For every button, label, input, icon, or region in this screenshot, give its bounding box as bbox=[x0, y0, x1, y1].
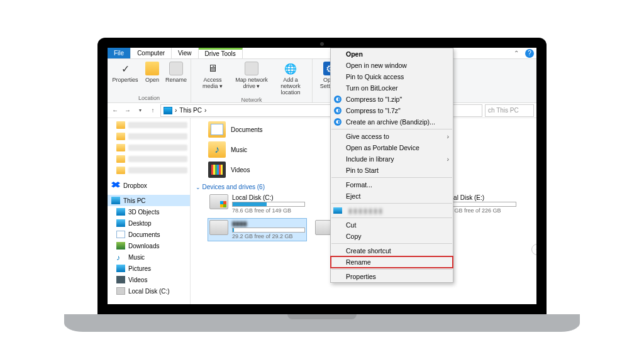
ribbon-open[interactable]: Open bbox=[143, 62, 162, 94]
nav-back[interactable]: ← bbox=[110, 107, 120, 114]
explorer-body: Dropbox This PC 3D Objects Desktop Docum… bbox=[108, 118, 536, 304]
drive-c-icon bbox=[209, 194, 228, 209]
ctx-sep bbox=[331, 269, 452, 270]
tab-view[interactable]: View bbox=[172, 48, 199, 58]
nav-videos[interactable]: Videos bbox=[108, 274, 190, 285]
ribbon-group-network-label: Network bbox=[195, 97, 308, 103]
add-location-icon: 🌐 bbox=[284, 62, 297, 75]
ctx-format[interactable]: Format... bbox=[331, 179, 453, 190]
ctx-copy[interactable]: Copy bbox=[331, 231, 453, 242]
properties-icon: ✓ bbox=[118, 62, 132, 75]
ctx-compress-7z[interactable]: ◐Compress to "I.7z" bbox=[331, 105, 453, 116]
ctx-sep bbox=[331, 217, 452, 218]
ctx-bitlocker[interactable]: Turn on BitLocker bbox=[331, 82, 453, 94]
ribbon-add-location-label: Add a network location bbox=[273, 77, 308, 96]
ribbon-access-media[interactable]: 🖥 Access media ▾ bbox=[195, 62, 230, 96]
nav-blur-3[interactable] bbox=[108, 142, 190, 153]
ribbon-map-drive-label: Map network drive ▾ bbox=[234, 77, 269, 89]
nav-blur-4[interactable] bbox=[108, 153, 190, 165]
ctx-properties[interactable]: Properties bbox=[331, 271, 453, 282]
nav-forward[interactable]: → bbox=[123, 107, 133, 114]
ribbon-rename[interactable]: Rename bbox=[165, 62, 187, 94]
nav-downloads[interactable]: Downloads bbox=[108, 240, 190, 251]
videos-folder-icon bbox=[208, 162, 226, 178]
ribbon-properties[interactable]: ✓ Properties bbox=[111, 62, 139, 94]
nav-pictures[interactable]: Pictures bbox=[108, 263, 190, 274]
drive-sel-name: ▮▮▮▮ bbox=[232, 220, 305, 227]
ctx-device[interactable]: ▮▮▮▮▮▮▮ bbox=[331, 205, 453, 216]
drive-e-free: 214 GB free of 226 GB bbox=[443, 207, 516, 214]
nav-history[interactable]: ▾ bbox=[135, 107, 145, 113]
address-sep: › bbox=[175, 107, 177, 114]
help-icon[interactable]: ? bbox=[525, 49, 534, 58]
videos-icon bbox=[116, 276, 125, 283]
tab-file[interactable]: File bbox=[108, 48, 131, 58]
laptop-bezel: File Computer View Drive Tools ⌃ ? ✓ Pro… bbox=[97, 38, 547, 314]
nav-documents-label: Documents bbox=[128, 231, 160, 238]
nav-dropbox-label: Dropbox bbox=[123, 182, 147, 189]
ribbon-map-drive[interactable]: Map network drive ▾ bbox=[234, 62, 269, 96]
nav-local-c-label: Local Disk (C:) bbox=[128, 288, 170, 295]
ctx-sep bbox=[331, 129, 452, 129]
ribbon-collapse-icon[interactable]: ⌃ bbox=[514, 50, 519, 57]
nav-blur-5[interactable] bbox=[108, 165, 190, 176]
tab-drive-tools[interactable]: Drive Tools bbox=[199, 48, 243, 58]
laptop-frame: File Computer View Drive Tools ⌃ ? ✓ Pro… bbox=[97, 38, 547, 332]
nav-up[interactable]: ↑ bbox=[148, 107, 158, 114]
ctx-give-access[interactable]: Give access to bbox=[331, 131, 453, 142]
drive-c[interactable]: Local Disk (C:) 78.6 GB free of 149 GB bbox=[208, 193, 306, 215]
ctx-open-new[interactable]: Open in new window bbox=[331, 60, 453, 71]
ctx-compress-zip[interactable]: ◐Compress to "I.zip" bbox=[331, 94, 453, 105]
drive-selected[interactable]: ▮▮▮▮ 29.2 GB free of 29.2 GB bbox=[208, 219, 306, 241]
ribbon-group-location-label: Location bbox=[111, 95, 187, 101]
ctx-include-library[interactable]: Include in library bbox=[331, 153, 453, 165]
ribbon-add-location[interactable]: 🌐 Add a network location bbox=[273, 62, 308, 96]
ctx-create-archive[interactable]: ◐Create an archive (Bandizip)... bbox=[331, 116, 453, 128]
ribbon-group-network: 🖥 Access media ▾ Map network drive ▾ 🌐 A… bbox=[191, 59, 313, 102]
downloads-icon bbox=[116, 242, 125, 250]
ctx-shortcut[interactable]: Create shortcut bbox=[331, 245, 453, 256]
address-sep2: › bbox=[204, 107, 206, 114]
drive-c-name: Local Disk (C:) bbox=[232, 194, 305, 201]
nav-pane: Dropbox This PC 3D Objects Desktop Docum… bbox=[108, 118, 191, 304]
nav-blur-1[interactable] bbox=[108, 119, 190, 131]
context-menu: Open Open in new window Pin to Quick acc… bbox=[330, 48, 453, 283]
tab-computer[interactable]: Computer bbox=[131, 48, 172, 58]
pc-icon bbox=[111, 197, 120, 204]
ribbon-tabs: File Computer View Drive Tools ⌃ ? bbox=[108, 48, 536, 59]
ctx-open[interactable]: Open bbox=[331, 48, 453, 60]
music-folder-icon bbox=[208, 141, 226, 158]
address-path: This PC bbox=[179, 107, 202, 114]
nav-pictures-label: Pictures bbox=[128, 265, 151, 272]
laptop-deck bbox=[64, 314, 580, 332]
ctx-eject[interactable]: Eject bbox=[331, 190, 453, 202]
usb-icon bbox=[333, 207, 342, 214]
nav-dropbox[interactable]: Dropbox bbox=[108, 180, 190, 191]
ctx-cut[interactable]: Cut bbox=[331, 219, 453, 231]
nav-videos-label: Videos bbox=[128, 277, 147, 283]
bandizip-icon: ◐ bbox=[334, 96, 341, 103]
nav-local-c[interactable]: Local Disk (C:) bbox=[108, 285, 190, 297]
desktop-icon bbox=[116, 219, 125, 227]
nav-3d-objects[interactable]: 3D Objects bbox=[108, 206, 190, 217]
ctx-portable[interactable]: Open as Portable Device bbox=[331, 142, 453, 153]
ribbon-rename-label: Rename bbox=[165, 77, 187, 83]
ribbon-open-label: Open bbox=[145, 77, 159, 83]
drive-sel-free: 29.2 GB free of 29.2 GB bbox=[232, 233, 305, 239]
ctx-pin-start[interactable]: Pin to Start bbox=[331, 165, 453, 176]
search-input[interactable]: ch This PC bbox=[485, 104, 534, 117]
scroll-right-hint[interactable]: ‹ bbox=[531, 244, 536, 255]
ctx-pin-qa[interactable]: Pin to Quick access bbox=[331, 71, 453, 82]
drive-icon bbox=[116, 287, 125, 295]
drive-e-bar bbox=[443, 202, 516, 207]
drive-sel-icon bbox=[209, 220, 228, 235]
nav-music[interactable]: ♪Music bbox=[108, 251, 190, 263]
nav-blur-2[interactable] bbox=[108, 131, 190, 142]
nav-this-pc[interactable]: This PC bbox=[108, 195, 190, 206]
nav-desktop[interactable]: Desktop bbox=[108, 217, 190, 229]
ctx-rename[interactable]: Rename bbox=[331, 256, 453, 268]
dropbox-icon bbox=[111, 182, 120, 189]
nav-3d-label: 3D Objects bbox=[128, 209, 159, 216]
nav-documents[interactable]: Documents bbox=[108, 229, 190, 240]
map-drive-icon bbox=[245, 62, 258, 75]
